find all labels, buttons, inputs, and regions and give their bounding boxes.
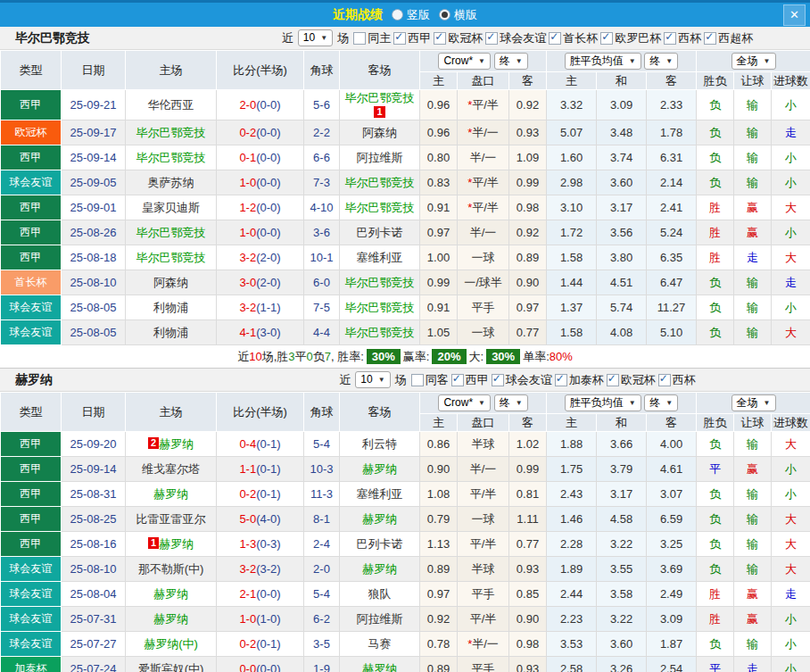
team-link[interactable]: 赫罗纳 — [362, 462, 397, 476]
team-link[interactable]: 奥萨苏纳 — [148, 176, 194, 189]
team-link[interactable]: 毕尔巴鄂竞技 — [136, 226, 206, 239]
team-link[interactable]: 阿拉维斯 — [357, 151, 403, 164]
checkbox-checked-icon[interactable] — [393, 32, 406, 45]
team-link[interactable]: 利云特 — [362, 437, 397, 451]
league-filter[interactable]: 西杯 — [658, 372, 696, 388]
team-link[interactable]: 毕尔巴鄂竞技 — [345, 276, 415, 289]
checkbox-checked-icon[interactable] — [492, 374, 504, 386]
checkbox-icon[interactable] — [353, 32, 366, 45]
league-filter[interactable]: 首长杯 — [549, 30, 598, 46]
team-link[interactable]: 阿拉维斯 — [357, 612, 403, 626]
checkbox-checked-icon[interactable] — [451, 374, 464, 386]
avg-draw: 5.74 — [597, 295, 647, 320]
corner-score: 8-1 — [304, 507, 340, 532]
team-link[interactable]: 赫罗纳 — [362, 662, 397, 672]
league-filter[interactable]: 欧罗巴杯 — [600, 30, 661, 46]
checkbox-checked-icon[interactable] — [704, 32, 716, 45]
league-filter[interactable]: 加泰杯 — [555, 372, 604, 388]
team-link[interactable]: 巴列卡诺 — [357, 226, 403, 239]
match-date: 25-08-04 — [62, 582, 126, 607]
team-link[interactable]: 毕尔巴鄂竞技 — [345, 301, 415, 314]
odds-final-select[interactable]: 终▼ — [494, 394, 528, 411]
team-link[interactable]: 毕尔巴鄂竞技 — [345, 326, 415, 339]
radio-checked-icon[interactable] — [439, 9, 450, 21]
score-cell: 2-0(0-0) — [217, 90, 304, 120]
team-link[interactable]: 巴列卡诺 — [357, 537, 403, 551]
avg-select[interactable]: 胜平负均值▼ — [565, 53, 641, 70]
team-link[interactable]: 赫罗纳 — [159, 437, 194, 451]
avg-final-select[interactable]: 终▼ — [644, 53, 678, 70]
corner-score: 7-3 — [304, 170, 340, 195]
team-link[interactable]: 利物浦 — [153, 326, 188, 339]
odds-company-select[interactable]: Crow*▼ — [438, 394, 491, 411]
column-header: 客场 — [340, 51, 420, 90]
league-filter[interactable]: 西杯 — [664, 30, 701, 46]
checkbox-checked-icon[interactable] — [549, 32, 561, 45]
checkbox-checked-icon[interactable] — [664, 32, 676, 45]
avg-lose: 3.09 — [647, 607, 697, 632]
same-venue-filter[interactable]: 同主 — [353, 30, 391, 46]
team-link[interactable]: 爱斯宾奴(中) — [138, 662, 204, 672]
team-link[interactable]: 毕尔巴鄂竞技 — [345, 201, 415, 214]
team-link[interactable]: 塞维利亚 — [357, 251, 403, 264]
league-filter[interactable]: 西超杯 — [704, 30, 753, 46]
league-filter[interactable]: 欧冠杯 — [434, 30, 483, 46]
layout-radio-horizontal[interactable]: 横版 — [439, 7, 477, 23]
checkbox-checked-icon[interactable] — [607, 374, 619, 386]
avg-lose: 5.24 — [647, 220, 697, 245]
team-link[interactable]: 塞维利亚 — [357, 487, 403, 501]
odds-company-select[interactable]: Crow*▼ — [438, 53, 491, 70]
league-filter[interactable]: 欧冠杯 — [607, 372, 656, 388]
sub-column-header: 让球 — [734, 414, 772, 432]
team-link[interactable]: 狼队 — [368, 587, 392, 601]
team-link[interactable]: 马赛 — [368, 637, 392, 651]
team-link[interactable]: 毕尔巴鄂竞技 — [345, 91, 415, 104]
recent-count-select[interactable]: 10▼ — [298, 29, 333, 46]
avg-final-select[interactable]: 终▼ — [644, 394, 678, 411]
odds-final-select[interactable]: 终▼ — [494, 53, 528, 70]
team-link[interactable]: 那不勒斯(中) — [138, 562, 204, 576]
recent-count-select[interactable]: 10▼ — [355, 371, 390, 388]
checkbox-checked-icon[interactable] — [434, 32, 446, 45]
handicap: 半球 — [458, 432, 509, 457]
team-link[interactable]: 赫罗纳 — [362, 562, 397, 576]
handicap: 平/半 — [458, 482, 509, 507]
team-link[interactable]: 利物浦 — [153, 301, 188, 314]
close-button[interactable]: ✕ — [783, 4, 806, 26]
team-link[interactable]: 皇家贝迪斯 — [142, 201, 200, 214]
chevron-down-icon: ▼ — [665, 54, 673, 68]
team-link[interactable]: 赫罗纳 — [159, 537, 194, 551]
team-link[interactable]: 阿森纳 — [362, 126, 397, 139]
league-filter[interactable]: 西甲 — [393, 30, 431, 46]
radio-unchecked-icon[interactable] — [392, 9, 403, 21]
team-link[interactable]: 比雷亚雷亚尔 — [136, 512, 206, 526]
checkbox-checked-icon[interactable] — [555, 374, 567, 386]
team-link[interactable]: 赫罗纳 — [362, 512, 397, 526]
checkbox-checked-icon[interactable] — [600, 32, 613, 45]
checkbox-checked-icon[interactable] — [485, 32, 498, 45]
team-link[interactable]: 华伦西亚 — [148, 98, 194, 112]
avg-select[interactable]: 胜平负均值▼ — [565, 394, 641, 411]
team-link[interactable]: 毕尔巴鄂竞技 — [136, 151, 206, 164]
scope-select[interactable]: 全场▼ — [731, 53, 776, 70]
team-link[interactable]: 阿森纳 — [153, 276, 188, 289]
league-filter[interactable]: 球会友谊 — [492, 372, 552, 388]
full-score: 3-2 — [239, 301, 256, 314]
team-link[interactable]: 维戈塞尔塔 — [142, 462, 200, 476]
team-link[interactable]: 赫罗纳(中) — [144, 637, 198, 651]
home-team: 2赫罗纳 — [126, 432, 217, 457]
league-filter[interactable]: 西甲 — [451, 372, 489, 388]
team-link[interactable]: 毕尔巴鄂竞技 — [345, 176, 415, 189]
team-link[interactable]: 赫罗纳 — [153, 612, 188, 626]
league-filter[interactable]: 球会友谊 — [485, 30, 546, 46]
checkbox-checked-icon[interactable] — [658, 374, 671, 386]
team-link[interactable]: 赫罗纳 — [153, 587, 188, 601]
score-cell: 1-0(0-0) — [217, 220, 304, 245]
team-link[interactable]: 毕尔巴鄂竞技 — [136, 126, 206, 139]
scope-select[interactable]: 全场▼ — [731, 394, 776, 411]
same-venue-filter[interactable]: 同客 — [411, 372, 449, 388]
checkbox-icon[interactable] — [411, 374, 424, 386]
layout-radio-vertical[interactable]: 竖版 — [392, 7, 430, 23]
team-link[interactable]: 毕尔巴鄂竞技 — [136, 251, 206, 264]
team-link[interactable]: 赫罗纳 — [153, 487, 188, 501]
